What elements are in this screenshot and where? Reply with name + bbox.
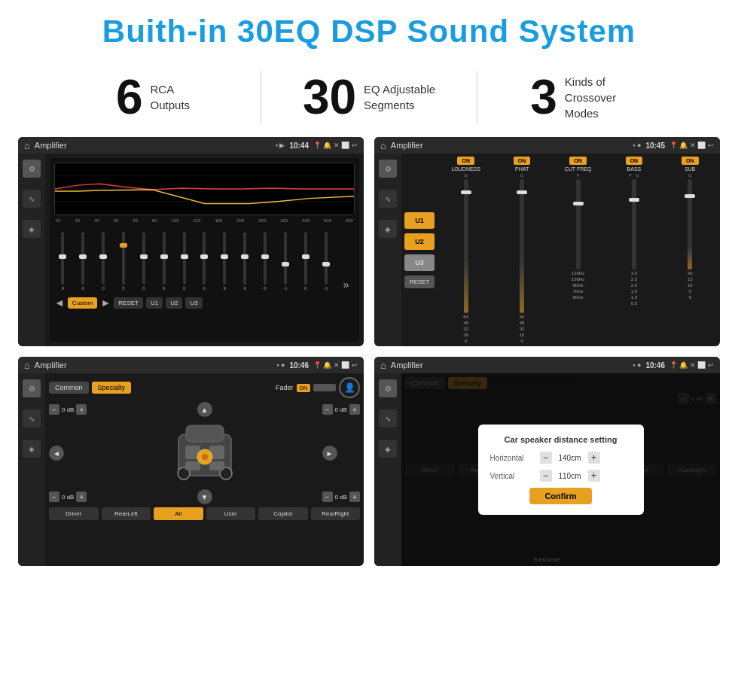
- dialog-box: Car speaker distance setting Horizontal …: [478, 425, 644, 515]
- u-buttons-col: U1 U2 U3 RESET: [404, 157, 435, 343]
- status-bar-3: ⌂ Amplifier ▪ ● 10:46 📍 🔔 ✕ ⬜ ↩: [18, 357, 364, 373]
- eq-u1-btn[interactable]: U1: [146, 297, 163, 309]
- horizontal-minus[interactable]: −: [540, 452, 552, 464]
- all-btn-3[interactable]: All: [154, 507, 203, 520]
- status-bar-4: ⌂ Amplifier ▪ ● 10:46 📍 🔔 ✕ ⬜ ↩: [374, 357, 720, 373]
- fader-knob-3[interactable]: 👤: [339, 377, 360, 398]
- eq-u3-btn[interactable]: U3: [185, 297, 202, 309]
- eq-slider-14[interactable]: -1: [317, 232, 334, 291]
- speaker-sidebar-icon-2[interactable]: ◈: [379, 220, 397, 238]
- speaker-sidebar-icon[interactable]: ◈: [23, 220, 41, 238]
- home-icon-1[interactable]: ⌂: [24, 140, 30, 151]
- stat-rca: 6 RCAOutputs: [45, 73, 261, 121]
- vertical-minus[interactable]: −: [540, 470, 552, 482]
- eq-bottom-bar: ◄ Custom ► RESET U1 U2 U3: [54, 297, 355, 309]
- status-bar-2: ⌂ Amplifier ▪ ● 10:45 📍 🔔 ✕ ⬜ ↩: [374, 137, 720, 154]
- status-icons-3: 📍 🔔 ✕ ⬜ ↩: [313, 361, 358, 369]
- eq-u2-btn[interactable]: U2: [166, 297, 182, 309]
- horizontal-plus[interactable]: +: [588, 452, 600, 464]
- copilot-btn-3[interactable]: Copilot: [258, 507, 308, 520]
- eq-slider-6[interactable]: 0: [155, 232, 172, 291]
- speaker-screen: ⌂ Amplifier ▪ ● 10:46 📍 🔔 ✕ ⬜ ↩ ⚙ ∿ ◈ Co…: [18, 357, 364, 566]
- eq-reset-btn[interactable]: RESET: [114, 297, 143, 309]
- common-tab-3[interactable]: Common: [49, 382, 89, 394]
- eq-sidebar-icon-2[interactable]: ⚙: [379, 160, 397, 178]
- dialog-overlay: Car speaker distance setting Horizontal …: [401, 373, 720, 566]
- wave-sidebar-icon-4[interactable]: ∿: [379, 409, 397, 428]
- horizontal-control: − 140cm +: [540, 452, 600, 464]
- u3-btn[interactable]: U3: [404, 254, 435, 271]
- left-sidebar-3: ⚙ ∿ ◈: [18, 373, 45, 566]
- eq-slider-11[interactable]: 0: [257, 232, 274, 291]
- u1-btn[interactable]: U1: [404, 212, 435, 229]
- eq-next-icon[interactable]: ►: [100, 297, 111, 309]
- eq-slider-9[interactable]: 0: [216, 232, 233, 291]
- status-icons-1: 📍 🔔 ✕ ⬜ ↩: [313, 142, 358, 149]
- svg-rect-10: [209, 461, 224, 470]
- eq-custom-btn[interactable]: Custom: [68, 297, 98, 309]
- eq-graph: [54, 163, 355, 215]
- eq-slider-3[interactable]: 0: [95, 232, 112, 291]
- eq-more[interactable]: »: [337, 278, 355, 291]
- eq-slider-13[interactable]: 0: [297, 232, 314, 291]
- stat-label-crossover: Kinds ofCrossover Modes: [565, 74, 640, 121]
- record-icons-3: ▪ ●: [276, 361, 285, 369]
- home-icon-2[interactable]: ⌂: [380, 140, 386, 151]
- status-time-1: 10:44: [289, 142, 309, 150]
- screen-content-1: ⚙ ∿ ◈: [18, 154, 364, 346]
- stats-row: 6 RCAOutputs 30 EQ AdjustableSegments 3 …: [0, 57, 738, 137]
- left-sidebar-1: ⚙ ∿ ◈: [18, 154, 45, 346]
- eq-container: 25 32 40 50 63 80 100 125 160 200 250 32…: [50, 158, 359, 342]
- nav-up-3[interactable]: ▲: [197, 402, 212, 417]
- wave-sidebar-icon-2[interactable]: ∿: [379, 190, 397, 208]
- rearright-btn-3[interactable]: RearRight: [311, 507, 361, 520]
- ch-sub: ON SUB G 20 15 10 5 0: [663, 157, 717, 343]
- db-tr: − 0 dB +: [322, 404, 360, 415]
- screen-title-4: Amplifier: [391, 361, 628, 370]
- horizontal-value: 140cm: [555, 454, 585, 462]
- tab-row-3: Common Specialty Fader ON 👤: [49, 377, 360, 398]
- reset-btn[interactable]: RESET: [404, 275, 435, 288]
- confirm-button[interactable]: Confirm: [529, 488, 591, 504]
- user-btn-3[interactable]: User: [206, 507, 256, 520]
- db-bl: − 0 dB +: [49, 492, 87, 502]
- specialty-tab-3[interactable]: Specialty: [92, 382, 132, 394]
- wave-sidebar-icon-3[interactable]: ∿: [23, 409, 41, 428]
- eq-slider-7[interactable]: 0: [175, 232, 193, 291]
- nav-right-3[interactable]: ►: [322, 446, 337, 461]
- u2-btn[interactable]: U2: [404, 233, 435, 250]
- eq-sidebar-icon[interactable]: ⚙: [23, 160, 41, 178]
- rearleft-btn-3[interactable]: RearLeft: [102, 507, 151, 520]
- db-br: − 0 dB +: [322, 492, 360, 502]
- speaker-sidebar-icon-4[interactable]: ◈: [379, 440, 397, 458]
- home-icon-4[interactable]: ⌂: [380, 360, 386, 371]
- eq-slider-4[interactable]: 5: [115, 232, 133, 291]
- eq-slider-12[interactable]: -1: [276, 232, 294, 291]
- left-sidebar-4: ⚙ ∿ ◈: [374, 373, 401, 566]
- eq-freq-labels: 25 32 40 50 63 80 100 125 160 200 250 32…: [54, 218, 355, 223]
- eq-slider-8[interactable]: 0: [196, 232, 213, 291]
- eq-sidebar-icon-4[interactable]: ⚙: [379, 379, 397, 397]
- home-icon-3[interactable]: ⌂: [24, 360, 30, 371]
- eq-slider-2[interactable]: 0: [75, 232, 92, 291]
- wave-sidebar-icon[interactable]: ∿: [23, 190, 41, 208]
- car-center-3: [89, 419, 319, 487]
- stat-number-6: 6: [116, 73, 143, 121]
- speaker-sidebar-icon-3[interactable]: ◈: [23, 440, 41, 458]
- driver-btn-3[interactable]: Driver: [49, 507, 99, 520]
- nav-left-3[interactable]: ◄: [49, 446, 64, 461]
- stat-label-eq: EQ AdjustableSegments: [364, 81, 435, 113]
- vertical-plus[interactable]: +: [588, 470, 600, 482]
- fader-slider-3[interactable]: [313, 384, 336, 391]
- eq-prev-icon[interactable]: ◄: [54, 297, 65, 309]
- stat-crossover: 3 Kinds ofCrossover Modes: [477, 73, 693, 121]
- eq-slider-5[interactable]: 0: [135, 232, 152, 291]
- distance-screen: ⌂ Amplifier ▪ ● 10:46 📍 🔔 ✕ ⬜ ↩ ⚙ ∿ ◈ Co…: [374, 357, 720, 566]
- eq-sidebar-icon-3[interactable]: ⚙: [23, 379, 41, 397]
- screen-title-1: Amplifier: [35, 141, 271, 150]
- eq-slider-10[interactable]: 0: [236, 232, 254, 291]
- db-tl: − 0 dB +: [49, 404, 87, 415]
- eq-slider-1[interactable]: 0: [54, 232, 72, 291]
- ch-bass: ON BASS F G 3.0 2.5 2.0 1.5 1.0 0.5: [607, 157, 660, 343]
- screen-title-3: Amplifier: [35, 361, 272, 370]
